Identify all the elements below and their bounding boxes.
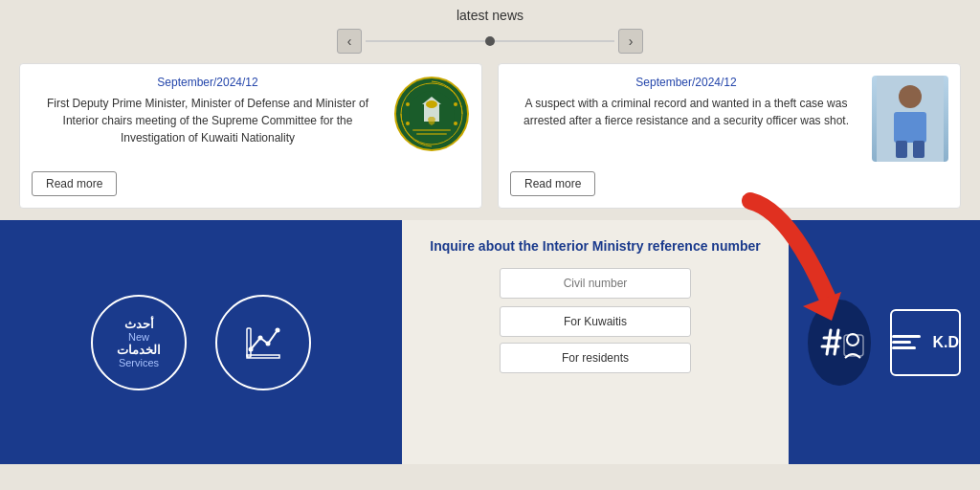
social-media-icon[interactable] (808, 300, 871, 386)
next-button[interactable]: › (618, 29, 643, 54)
svg-point-19 (249, 346, 254, 351)
civil-number-input[interactable] (500, 268, 691, 299)
svg-rect-18 (247, 355, 279, 358)
news-section: latest news ‹ › September/2024/12 First … (0, 0, 980, 220)
kd-label: K.D (932, 334, 959, 351)
svg-point-6 (406, 102, 410, 106)
news-text-2: September/2024/12 A suspect with a crimi… (510, 76, 862, 162)
news-image-2 (872, 76, 948, 162)
news-date-1: September/2024/12 (32, 76, 384, 89)
svg-point-8 (406, 122, 410, 125)
prev-button[interactable]: ‹ (337, 29, 362, 54)
svg-rect-14 (894, 112, 926, 143)
news-image-1 (393, 76, 470, 162)
news-cards-container: September/2024/12 First Deputy Prime Min… (19, 63, 961, 209)
bottom-left-icons: أحدث New الخدمات Services (0, 220, 402, 464)
svg-line-26 (835, 330, 838, 354)
new-services-icon[interactable]: أحدث New الخدمات Services (91, 295, 187, 390)
svg-rect-10 (412, 129, 451, 131)
svg-point-5 (426, 100, 437, 108)
svg-point-9 (454, 122, 457, 125)
news-content-2: A suspect with a criminal record and wan… (510, 95, 862, 129)
read-more-btn-1[interactable]: Read more (32, 171, 117, 196)
news-text-1: September/2024/12 First Deputy Prime Min… (32, 76, 384, 162)
svg-rect-15 (896, 141, 907, 158)
slider-controls: ‹ › (19, 29, 961, 54)
card-lines-icon (892, 335, 921, 349)
inquiry-title: Inquire about the Interior Ministry refe… (430, 237, 760, 256)
svg-point-22 (276, 327, 280, 332)
svg-rect-16 (913, 141, 924, 158)
english-services-label: Services (119, 357, 159, 368)
slider-dot (485, 36, 495, 46)
news-date-2: September/2024/12 (510, 76, 862, 89)
arabic-new-label: أحدث (124, 317, 154, 331)
svg-point-13 (899, 85, 922, 108)
kuwaitis-button[interactable]: For Kuwaitis (500, 306, 691, 337)
svg-point-21 (266, 341, 271, 345)
english-new-label: New (128, 331, 149, 343)
arabic-services-label: الخدمات (117, 343, 161, 357)
inquiry-section: Inquire about the Interior Ministry refe… (402, 220, 789, 464)
svg-line-25 (827, 330, 831, 354)
bottom-right-icons: K.D (789, 220, 980, 464)
slider-line (366, 40, 614, 42)
news-card-2: September/2024/12 A suspect with a crimi… (498, 63, 961, 209)
svg-point-7 (454, 102, 457, 106)
bottom-section: أحدث New الخدمات Services (0, 220, 980, 464)
svg-point-29 (847, 334, 858, 345)
graph-services-icon[interactable] (215, 295, 311, 390)
news-section-title: latest news (19, 8, 961, 23)
news-content-1: First Deputy Prime Minister, Minister of… (32, 95, 384, 146)
svg-point-20 (258, 335, 263, 340)
news-card-1: September/2024/12 First Deputy Prime Min… (19, 63, 482, 209)
svg-rect-17 (247, 328, 251, 357)
kd-card-icon[interactable]: K.D (890, 309, 961, 376)
svg-rect-11 (416, 133, 447, 135)
residents-button[interactable]: For residents (500, 343, 691, 373)
read-more-btn-2[interactable]: Read more (510, 171, 595, 196)
